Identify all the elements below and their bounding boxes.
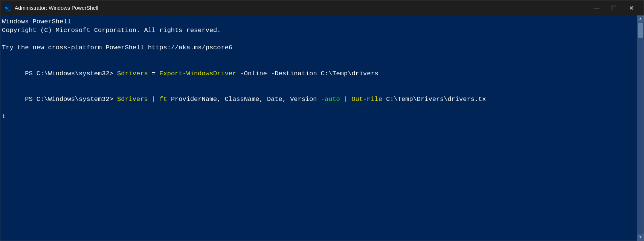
terminal-line-7: PS C:\Windows\system32> $drivers | ft Pr… [2,87,642,113]
scroll-up-arrow[interactable]: ▲ [637,15,644,22]
maximize-button[interactable]: ☐ [605,0,623,15]
out-path: C:\Temp\Drivers\drivers.tx [382,96,486,103]
op-1: = [148,70,160,77]
pipe-1: | [148,96,160,103]
scrollbar[interactable]: ▲ ▼ [637,15,644,241]
var-1: $drivers [117,70,148,77]
scrollbar-track[interactable] [637,22,644,234]
scrollbar-thumb[interactable] [638,23,643,38]
terminal-line-6: PS C:\Windows\system32> $drivers = Expor… [2,61,642,87]
terminal-line-1: Windows PowerShell [2,18,642,26]
auto-flag: -auto [321,96,340,103]
cmd-1: Export-WindowsDriver [159,70,236,77]
window-title: Administrator: Windows PowerShell [15,5,588,11]
svg-text:>_: >_ [5,5,11,11]
window-controls: — ☐ ✕ [588,0,640,15]
title-bar: >_ Administrator: Windows PowerShell — ☐… [0,0,644,15]
rest-1: -Online -Destination C:\Temp\drivers [236,70,378,77]
powershell-icon: >_ [4,4,12,12]
terminal-line-2: Copyright (C) Microsoft Corporation. All… [2,26,642,35]
terminal-line-5 [2,52,642,61]
scroll-down-arrow[interactable]: ▼ [637,234,644,241]
prompt-1: PS C:\Windows\system32> [25,70,117,77]
terminal-body[interactable]: Windows PowerShell Copyright (C) Microso… [0,15,644,241]
ft-cmd: ft [159,96,167,103]
terminal-line-8: t [2,113,642,121]
minimize-button[interactable]: — [588,0,605,15]
prompt-2: PS C:\Windows\system32> [25,96,117,103]
terminal-line-4: Try the new cross-platform PowerShell ht… [2,44,642,52]
out-file-cmd: Out-File [351,96,382,103]
var-2: $drivers [117,96,148,103]
pipe-2: | [340,96,352,103]
powershell-window: >_ Administrator: Windows PowerShell — ☐… [0,0,644,241]
cols: ProviderName, ClassName, Date, Version [167,96,321,103]
close-button[interactable]: ✕ [623,0,640,15]
terminal-line-3 [2,35,642,44]
